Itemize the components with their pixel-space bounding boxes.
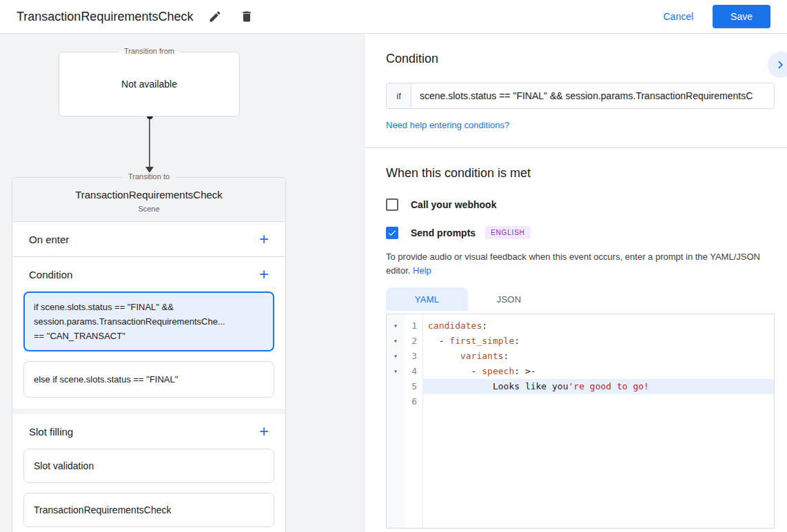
line-number: 3 xyxy=(405,349,422,364)
transition-connector xyxy=(145,116,154,173)
code-line[interactable]: 5 Looks like you're good to go! xyxy=(387,379,774,394)
line-number: 5 xyxy=(405,379,422,394)
if-label: if xyxy=(387,83,411,108)
fold-gutter xyxy=(387,394,405,409)
tab-json[interactable]: JSON xyxy=(468,287,550,311)
webhook-label: Call your webhook xyxy=(411,199,496,210)
chevron-right-icon xyxy=(773,57,787,72)
send-prompts-checkbox[interactable] xyxy=(386,227,398,239)
code-line[interactable]: 6 xyxy=(387,394,774,409)
code-lines: ▾1candidates:▾2 - first_simple:▾3 varian… xyxy=(387,318,774,409)
connector-line xyxy=(149,119,150,167)
condition-input-row: if xyxy=(386,83,775,109)
condition-section: Condition + if scene.slots.status == "FI… xyxy=(12,257,285,414)
slot-filling-section-label: Slot filling xyxy=(29,426,73,438)
transition-from-label: Transition from xyxy=(119,47,180,55)
slot-card-list: Slot validationTransactionRequirementsCh… xyxy=(12,449,285,527)
condition-card[interactable]: if scene.slots.status == "FINAL" &&sessi… xyxy=(23,291,274,351)
line-number: 2 xyxy=(405,334,422,349)
slot-card[interactable]: Slot validation xyxy=(23,449,274,483)
plus-icon: + xyxy=(259,422,269,440)
send-prompts-row: Send prompts ENGLISH xyxy=(386,226,775,239)
add-condition-button[interactable]: + xyxy=(259,268,269,280)
checkmark-icon xyxy=(387,228,397,238)
condition-input[interactable] xyxy=(411,83,774,108)
prompt-hint-text: To provide audio or visual feedback when… xyxy=(386,252,760,276)
transition-from-box: Transition from Not available xyxy=(59,52,240,116)
save-button[interactable]: Save xyxy=(713,5,770,28)
when-met-title: When this condition is met xyxy=(386,166,775,181)
plus-icon: + xyxy=(259,265,269,283)
scene-card-header[interactable]: TransactionRequirementsCheck Scene xyxy=(12,178,285,222)
code-line[interactable]: ▾2 - first_simple: xyxy=(387,334,774,349)
slot-card[interactable]: TransactionRequirementsCheck xyxy=(23,493,274,527)
line-code: - speech: >- xyxy=(422,364,774,379)
delete-scene-button[interactable] xyxy=(237,7,256,26)
on-enter-label: On enter xyxy=(29,234,69,245)
code-line[interactable]: ▾3 variants: xyxy=(387,349,774,364)
edit-title-button[interactable] xyxy=(205,7,225,26)
transition-to-box: Transition to TransactionRequirementsChe… xyxy=(12,177,286,532)
trash-icon xyxy=(240,10,254,23)
line-code: Looks like you're good to go! xyxy=(422,379,774,394)
line-number: 4 xyxy=(405,364,422,379)
add-slot-button[interactable]: + xyxy=(259,425,269,438)
main-content: Transition from Not available Transition… xyxy=(0,34,787,532)
condition-card-line: == "CAN_TRANSACT" xyxy=(34,329,264,343)
fold-arrow-icon[interactable]: ▾ xyxy=(387,334,405,349)
editor-tabs: YAML JSON xyxy=(386,287,775,311)
add-on-enter-button[interactable]: + xyxy=(259,233,269,245)
tab-yaml[interactable]: YAML xyxy=(386,287,468,311)
condition-card[interactable]: else if scene.slots.status == "FINAL" xyxy=(23,361,274,398)
code-line[interactable]: ▾1candidates: xyxy=(387,318,774,334)
top-bar: TransactionRequirementsCheck Cancel Save xyxy=(0,0,787,34)
language-badge: ENGLISH xyxy=(485,226,531,239)
yaml-editor[interactable]: ▾1candidates:▾2 - first_simple:▾3 varian… xyxy=(386,314,775,529)
detail-title: Condition xyxy=(386,52,775,66)
slot-filling-section-header: Slot filling + xyxy=(12,414,285,449)
condition-card-line: if scene.slots.status == "FINAL" && xyxy=(34,300,264,314)
line-number: 6 xyxy=(405,394,422,409)
scene-title: TransactionRequirementsCheck xyxy=(21,189,277,201)
conditions-help-link[interactable]: Need help entering conditions? xyxy=(386,120,509,130)
plus-icon: + xyxy=(259,229,269,248)
detail-panel: Condition if Need help entering conditio… xyxy=(365,34,787,532)
fold-arrow-icon[interactable]: ▾ xyxy=(387,349,405,364)
transition-from-value: Not available xyxy=(59,52,239,116)
on-enter-row[interactable]: On enter + xyxy=(12,222,285,257)
prompt-hint: To provide audio or visual feedback when… xyxy=(386,250,775,278)
pencil-icon xyxy=(208,10,222,23)
cancel-button[interactable]: Cancel xyxy=(663,11,693,22)
condition-card-line: else if scene.slots.status == "FINAL" xyxy=(34,372,264,387)
condition-card-list: if scene.slots.status == "FINAL" &&sessi… xyxy=(12,291,285,398)
condition-card-line: session.params.TransactionRequirementsCh… xyxy=(34,314,264,329)
slot-filling-section: Slot filling + Slot validationTransactio… xyxy=(12,414,285,532)
code-line[interactable]: ▾4 - speech: >- xyxy=(387,364,774,379)
help-link[interactable]: Help xyxy=(413,265,431,276)
line-code xyxy=(422,394,774,409)
scene-canvas: Transition from Not available Transition… xyxy=(0,34,365,532)
scene-subtitle: Scene xyxy=(21,205,277,213)
line-code: - first_simple: xyxy=(422,334,774,349)
condition-section-header: Condition + xyxy=(12,257,285,291)
line-code: variants: xyxy=(422,349,774,364)
webhook-row: Call your webhook xyxy=(386,198,775,211)
condition-met-section: When this condition is met Call your web… xyxy=(365,148,787,529)
send-prompts-label: Send prompts xyxy=(411,227,476,238)
fold-gutter xyxy=(387,379,405,394)
line-number: 1 xyxy=(405,318,422,334)
webhook-checkbox[interactable] xyxy=(386,198,398,211)
page-title: TransactionRequirementsCheck xyxy=(17,10,193,24)
fold-arrow-icon[interactable]: ▾ xyxy=(387,318,405,334)
transition-to-label: Transition to xyxy=(123,172,175,181)
fold-arrow-icon[interactable]: ▾ xyxy=(387,364,405,379)
condition-section-label: Condition xyxy=(29,269,72,280)
condition-editor-section: Condition if Need help entering conditio… xyxy=(365,34,787,147)
line-code: candidates: xyxy=(422,318,774,334)
